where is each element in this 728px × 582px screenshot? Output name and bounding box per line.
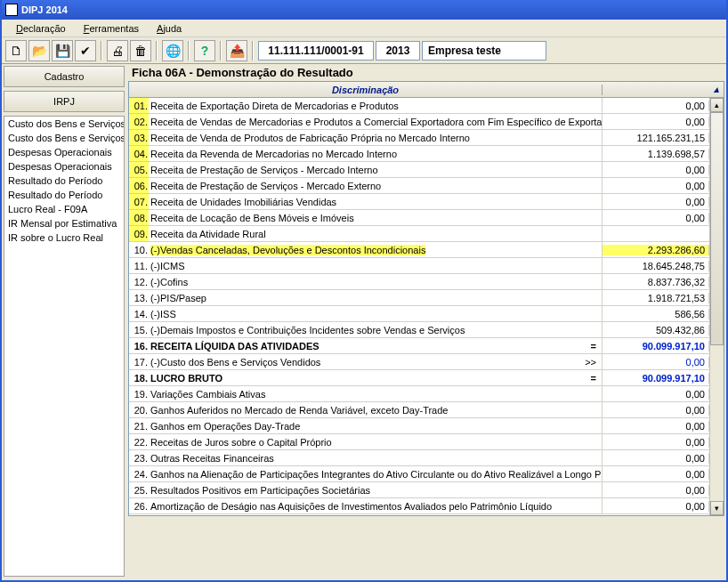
grid-row[interactable]: 11.(-)ICMS18.645.248,75 bbox=[129, 258, 709, 274]
sidebar-item[interactable]: IR sobre o Lucro Real bbox=[4, 230, 124, 245]
row-value[interactable]: 121.165.231,15 bbox=[603, 133, 709, 143]
row-value[interactable]: 1.918.721,53 bbox=[603, 293, 709, 303]
toolbar: 🗋 📂 💾 ✔ 🖨 🗑 🌐 ? 📤 11.111.111/0001-91 201… bbox=[2, 37, 726, 64]
row-description: Receita de Prestação de Serviços - Merca… bbox=[149, 162, 603, 177]
grid-row[interactable]: 19.Variações Cambiais Ativas0,00 bbox=[129, 386, 709, 402]
sidebar-item[interactable]: Lucro Real - F09A bbox=[4, 202, 124, 216]
grid-row[interactable]: 02.Receita de Vendas de Mercadorias e Pr… bbox=[129, 114, 709, 130]
cnpj-field[interactable]: 11.111.111/0001-91 bbox=[258, 41, 374, 61]
row-value[interactable]: 0,00 bbox=[603, 501, 709, 512]
row-number: 03. bbox=[129, 130, 149, 145]
row-value[interactable]: 0,00 bbox=[603, 117, 709, 127]
row-value[interactable]: 90.099.917,10 bbox=[603, 341, 709, 352]
row-description: Resultados Positivos em Participações So… bbox=[149, 482, 603, 497]
menu-ferramentas[interactable]: Ferramentas bbox=[75, 21, 148, 36]
grid-row[interactable]: 08.Receita de Locação de Bens Móveis e I… bbox=[129, 210, 709, 226]
content-panel: Ficha 06A - Demonstração do Resultado Di… bbox=[126, 64, 726, 578]
company-field[interactable]: Empresa teste bbox=[422, 41, 546, 61]
sidebar-list: Custo dos Bens e Serviços Custo dos Bens… bbox=[4, 116, 125, 577]
sidebar-item[interactable]: Custo dos Bens e Serviços bbox=[4, 117, 124, 131]
vertical-scrollbar[interactable]: ▴ ▾ bbox=[709, 98, 724, 515]
scroll-up-header[interactable]: ▴ bbox=[709, 84, 724, 95]
row-value[interactable]: 0,00 bbox=[603, 437, 709, 448]
grid-row[interactable]: 17.(-)Custo dos Bens e Serviços Vendidos… bbox=[129, 354, 709, 370]
row-value[interactable]: 90.099.917,10 bbox=[603, 373, 709, 384]
grid-row[interactable]: 03.Receita de Venda de Produtos de Fabri… bbox=[129, 130, 709, 146]
grid-row[interactable]: 10.(-)Vendas Canceladas, Devoluções e De… bbox=[129, 242, 709, 258]
year-field[interactable]: 2013 bbox=[376, 41, 420, 61]
row-value[interactable]: 0,00 bbox=[603, 469, 709, 480]
scroll-track[interactable] bbox=[710, 112, 724, 501]
row-value[interactable]: 0,00 bbox=[603, 421, 709, 432]
grid-row[interactable]: 12.(-)Cofins8.837.736,32 bbox=[129, 274, 709, 290]
sidebar-btn-cadastro[interactable]: Cadastro bbox=[4, 66, 125, 87]
menu-ferramentas-label: erramentas bbox=[89, 23, 139, 34]
sidebar-btn-irpj[interactable]: IRPJ bbox=[4, 91, 125, 112]
grid-row[interactable]: 18.LUCRO BRUTO=90.099.917,10 bbox=[129, 370, 709, 386]
new-button[interactable]: 🗋 bbox=[5, 40, 27, 61]
grid-row[interactable]: 09.Receita da Atividade Rural bbox=[129, 226, 709, 242]
row-value[interactable]: 0,00 bbox=[603, 485, 709, 496]
row-number: 14. bbox=[129, 306, 149, 321]
scroll-thumb[interactable] bbox=[710, 112, 724, 345]
sidebar-item[interactable]: Custo dos Bens e Serviços bbox=[4, 131, 124, 145]
grid-row[interactable]: 21.Ganhos em Operações Day-Trade0,00 bbox=[129, 418, 709, 434]
help-icon: ? bbox=[201, 44, 209, 58]
check-icon: ✔ bbox=[80, 44, 91, 58]
grid-row[interactable]: 14.(-)ISS586,56 bbox=[129, 306, 709, 322]
row-value[interactable]: 8.837.736,32 bbox=[603, 277, 709, 287]
row-value[interactable]: 0,00 bbox=[603, 213, 709, 223]
grid-row[interactable]: 24.Ganhos na Alienação de Participações … bbox=[129, 466, 709, 482]
row-value[interactable]: 0,00 bbox=[603, 197, 709, 207]
row-value[interactable]: 509.432,86 bbox=[603, 325, 709, 335]
check-button[interactable]: ✔ bbox=[75, 40, 96, 61]
print-button[interactable]: 🖨 bbox=[107, 40, 128, 61]
delete-button[interactable]: 🗑 bbox=[130, 40, 151, 61]
sidebar-item[interactable]: Despesas Operacionais bbox=[4, 159, 124, 174]
row-value[interactable]: 0,00 bbox=[603, 181, 709, 191]
grid-row[interactable]: 23.Outras Receitas Financeiras0,00 bbox=[129, 450, 709, 466]
globe-button[interactable]: 🌐 bbox=[162, 40, 183, 61]
grid-row[interactable]: 16.RECEITA LÍQUIDA DAS ATIVIDADES=90.099… bbox=[129, 338, 709, 354]
grid-row[interactable]: 04.Receita da Revenda de Mercadorias no … bbox=[129, 146, 709, 162]
grid-row[interactable]: 26.Amortização de Deságio nas Aquisições… bbox=[129, 498, 709, 514]
open-button[interactable]: 📂 bbox=[28, 40, 50, 61]
new-icon: 🗋 bbox=[10, 44, 22, 58]
row-value[interactable]: 586,56 bbox=[603, 309, 709, 319]
grid-row[interactable]: 07.Receita de Unidades Imobiliárias Vend… bbox=[129, 194, 709, 210]
grid-row[interactable]: 06.Receita de Prestação de Serviços - Me… bbox=[129, 178, 709, 194]
row-value[interactable]: 0,00 bbox=[603, 405, 709, 416]
menu-declaracao[interactable]: Declaração bbox=[7, 21, 75, 36]
grid-row[interactable]: 20.Ganhos Auferidos no Mercado de Renda … bbox=[129, 402, 709, 418]
row-value[interactable]: 0,00 bbox=[603, 389, 709, 400]
help-button[interactable]: ? bbox=[194, 40, 215, 61]
save-button[interactable]: 💾 bbox=[52, 40, 73, 61]
grid-row[interactable]: 22.Receitas de Juros sobre o Capital Pró… bbox=[129, 434, 709, 450]
row-number: 12. bbox=[129, 274, 149, 289]
sidebar-item[interactable]: Resultado do Período bbox=[4, 174, 124, 188]
menu-ajuda[interactable]: Ajuda bbox=[148, 21, 190, 36]
sidebar-item[interactable]: IR Mensal por Estimativa bbox=[4, 216, 124, 230]
row-description: Outras Receitas Financeiras bbox=[149, 450, 603, 465]
row-value[interactable]: 1.139.698,57 bbox=[603, 149, 709, 159]
row-value[interactable]: 0,00 bbox=[603, 101, 709, 111]
row-description: (-)ISS bbox=[149, 306, 603, 321]
row-value[interactable]: 2.293.286,60 bbox=[603, 245, 709, 255]
row-operator: = bbox=[591, 373, 602, 384]
sidebar-item[interactable]: Resultado do Período bbox=[4, 188, 124, 202]
grid-row[interactable]: 01.Receita de Exportação Direta de Merca… bbox=[129, 98, 709, 114]
row-value[interactable]: 0,00 bbox=[603, 453, 709, 464]
row-value[interactable]: 0,00 bbox=[603, 165, 709, 175]
col-header-discriminacao[interactable]: Discriminação bbox=[129, 85, 603, 95]
grid-row[interactable]: 13.(-)PIS/Pasep1.918.721,53 bbox=[129, 290, 709, 306]
row-value[interactable]: 0,00 bbox=[603, 357, 709, 368]
scroll-down-button[interactable]: ▾ bbox=[710, 501, 724, 515]
sidebar-item[interactable]: Despesas Operacionais bbox=[4, 145, 124, 159]
globe-icon: 🌐 bbox=[166, 44, 181, 58]
transmit-button[interactable]: 📤 bbox=[226, 40, 247, 61]
row-value[interactable]: 18.645.248,75 bbox=[603, 261, 709, 271]
grid-row[interactable]: 05.Receita de Prestação de Serviços - Me… bbox=[129, 162, 709, 178]
scroll-up-button[interactable]: ▴ bbox=[710, 98, 724, 112]
grid-row[interactable]: 15.(-)Demais Impostos e Contribuições In… bbox=[129, 322, 709, 338]
grid-row[interactable]: 25.Resultados Positivos em Participações… bbox=[129, 482, 709, 498]
